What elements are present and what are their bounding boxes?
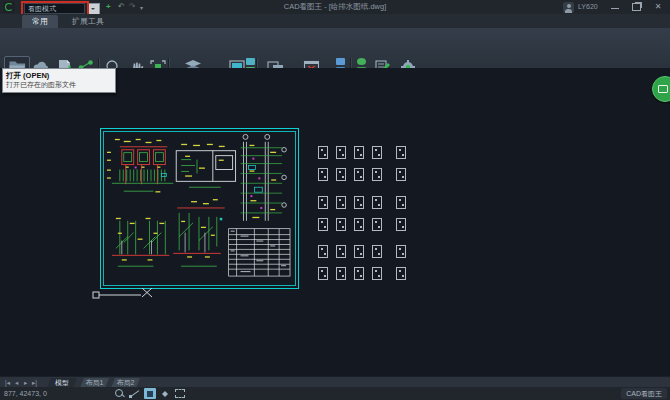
zoom-extent-icon[interactable] <box>174 388 186 399</box>
window-mini-icon[interactable] <box>336 58 345 65</box>
block-symbol <box>318 245 328 258</box>
app-logo-icon[interactable] <box>3 1 15 13</box>
maximize-button[interactable] <box>627 0 645 14</box>
block-symbol <box>372 245 382 258</box>
minimize-button[interactable] <box>606 0 624 14</box>
user-avatar-icon[interactable] <box>563 2 574 13</box>
block-symbol <box>372 196 382 209</box>
block-symbol <box>354 196 364 209</box>
ribbon-tab-bar: 常用 扩展工具 <box>0 14 670 28</box>
block-symbol <box>372 218 382 231</box>
cad-drawing <box>102 130 291 281</box>
cursor-coordinates: 877, 42473, 0 <box>4 390 47 397</box>
block-symbol <box>336 218 346 231</box>
redo-icon[interactable]: ↷ <box>129 2 136 12</box>
block-symbol <box>372 267 382 280</box>
block-symbol <box>372 146 382 159</box>
close-button[interactable]: ✕ <box>649 0 667 14</box>
block-symbol <box>354 245 364 258</box>
layer-mini-icon[interactable] <box>246 58 255 65</box>
block-symbol <box>336 196 346 209</box>
block-symbol <box>396 267 406 280</box>
block-symbol <box>336 168 346 181</box>
block-symbol <box>354 146 364 159</box>
block-symbol <box>354 267 364 280</box>
undo-icon[interactable]: ↶ <box>118 2 125 12</box>
plus-icon[interactable]: + <box>106 2 111 12</box>
block-symbol <box>354 218 364 231</box>
block-symbol <box>336 146 346 159</box>
tooltip-description: 打开已存在的图形文件 <box>6 80 112 89</box>
pan-icon[interactable] <box>159 388 171 399</box>
quick-access-caret-icon[interactable]: ▾ <box>140 3 143 13</box>
block-symbol <box>318 146 328 159</box>
block-symbol <box>354 168 364 181</box>
window-title: CAD看图王 - [给排水图纸.dwg] <box>185 2 485 12</box>
block-symbol <box>336 267 346 280</box>
drawing-canvas[interactable] <box>0 68 670 376</box>
title-bar: 看图模式 + ↶ ↷ ▾ CAD看图王 - [给排水图纸.dwg] LY620 … <box>0 0 670 15</box>
block-symbol <box>396 146 406 159</box>
status-bar: 877, 42473, 0 CAD看图王 <box>0 387 670 400</box>
floating-promo-button[interactable] <box>652 76 670 102</box>
block-symbol <box>396 196 406 209</box>
ucs-axis-icon <box>92 284 156 302</box>
block-symbol <box>318 267 328 280</box>
block-symbol <box>318 196 328 209</box>
tab-extended-tools[interactable]: 扩展工具 <box>62 15 114 28</box>
view-mode-dropdown[interactable]: 看图模式 <box>24 3 85 14</box>
block-symbol <box>396 168 406 181</box>
drawing-viewport[interactable] <box>100 128 299 289</box>
zoom-window-icon[interactable] <box>114 388 126 399</box>
tab-common[interactable]: 常用 <box>22 15 58 28</box>
block-symbol <box>372 168 382 181</box>
measure-icon[interactable] <box>129 388 141 399</box>
block-symbol <box>396 218 406 231</box>
block-symbol <box>318 218 328 231</box>
cad-viewer-window: 看图模式 + ↶ ↷ ▾ CAD看图王 - [给排水图纸.dwg] LY620 … <box>0 0 670 400</box>
block-symbol <box>318 168 328 181</box>
app-name-badge[interactable]: CAD看图王 <box>621 388 667 399</box>
help-mini-icon[interactable] <box>357 58 366 65</box>
tooltip-title: 打开 (OPEN) <box>6 71 112 80</box>
view-tool-icons <box>114 388 189 399</box>
user-name[interactable]: LY620 <box>578 3 598 10</box>
block-symbol-grid <box>318 146 410 282</box>
block-symbol <box>336 245 346 258</box>
open-tooltip: 打开 (OPEN) 打开已存在的图形文件 <box>2 68 116 93</box>
ribbon-toolbar: 打开 云图 新建 分享 文件 缩放 <box>0 28 670 69</box>
selection-icon[interactable] <box>144 388 156 399</box>
block-symbol <box>396 245 406 258</box>
